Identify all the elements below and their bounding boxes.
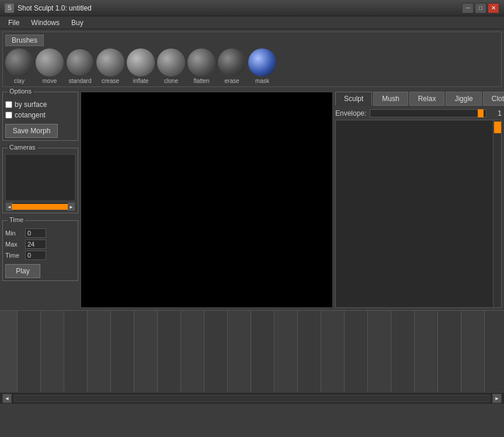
- cameras-title: Cameras: [8, 144, 37, 151]
- timeline-column: [41, 311, 64, 392]
- brush-sphere-clone: [157, 48, 185, 77]
- save-morph-button[interactable]: Save Morph: [5, 124, 58, 138]
- envelope-value: 1: [490, 109, 502, 117]
- menu-buy[interactable]: Buy: [65, 18, 89, 28]
- play-button[interactable]: Play: [5, 264, 40, 278]
- main-content: Options by surface cotangent Save Morph …: [0, 89, 504, 310]
- sculpt-tab-relax[interactable]: Relax: [409, 92, 445, 106]
- timeline-column: [368, 311, 391, 392]
- scroll-track-horizontal[interactable]: [14, 395, 490, 402]
- brush-label-flatten: flatten: [193, 78, 209, 84]
- time-min-row: Min: [5, 228, 75, 238]
- envelope-label: Envelope:: [335, 109, 366, 117]
- by-surface-checkbox[interactable]: [5, 101, 12, 108]
- window-controls: ─ □ ✕: [462, 3, 499, 13]
- right-scroll-thumb[interactable]: [494, 122, 501, 133]
- title-bar: S Shot Sculpt 1.0: untitled ─ □ ✕: [0, 0, 504, 16]
- bottom-timeline: [0, 310, 504, 392]
- brushes-tab[interactable]: Brushes: [5, 34, 44, 46]
- scroll-right-btn[interactable]: ►: [492, 394, 502, 403]
- timeline-column: [438, 311, 461, 392]
- app-icon: S: [5, 4, 14, 13]
- brush-label-erase: erase: [224, 78, 239, 84]
- cotangent-checkbox[interactable]: [5, 112, 12, 119]
- cotangent-row: cotangent: [5, 111, 75, 119]
- cotangent-label: cotangent: [15, 111, 46, 119]
- brush-clay[interactable]: clay: [5, 48, 33, 84]
- timeline-column: [391, 311, 415, 392]
- timeline-column: [134, 311, 158, 392]
- options-title: Options: [8, 88, 33, 95]
- time-max-row: Max: [5, 240, 75, 249]
- brush-label-clone: clone: [164, 78, 178, 84]
- camera-scroll-thumb[interactable]: [12, 204, 69, 210]
- envelope-row: Envelope: 1: [335, 109, 502, 117]
- timeline-column: [345, 311, 368, 392]
- right-scrollbar[interactable]: [493, 120, 501, 307]
- time-title: Time: [8, 216, 25, 223]
- window-title: Shot Sculpt 1.0: untitled: [18, 4, 462, 12]
- brush-erase[interactable]: erase: [218, 48, 246, 84]
- timeline-column: [64, 311, 88, 392]
- sculpt-tab-jiggle[interactable]: Jiggle: [446, 92, 481, 106]
- right-panel: SculptMushRelaxJiggleCloth Envelope: 1: [335, 92, 502, 308]
- bottom-scrollbar: ◄ ►: [0, 392, 504, 404]
- brush-label-standard: standard: [69, 78, 92, 84]
- timeline-column: [274, 311, 298, 392]
- camera-scrollbar[interactable]: ◄ ►: [5, 202, 75, 210]
- brush-sphere-erase: [218, 48, 246, 77]
- timeline-column: [158, 311, 181, 392]
- brush-standard[interactable]: standard: [66, 48, 94, 84]
- left-panel: Options by surface cotangent Save Morph …: [2, 92, 78, 308]
- camera-scroll-right-btn[interactable]: ►: [68, 203, 75, 211]
- envelope-slider[interactable]: [370, 109, 486, 117]
- time-max-input[interactable]: [25, 240, 46, 249]
- timeline-column: [461, 311, 485, 392]
- timeline-column: [204, 311, 228, 392]
- timeline-column: [18, 311, 41, 392]
- brush-crease[interactable]: crease: [96, 48, 124, 84]
- brush-sphere-clay: [5, 48, 33, 77]
- brush-sphere-flatten: [187, 48, 215, 77]
- brush-label-mask: mask: [255, 78, 269, 84]
- center-viewport[interactable]: [81, 92, 333, 308]
- menu-bar: File Windows Buy: [0, 16, 504, 29]
- brush-flatten[interactable]: flatten: [187, 48, 215, 84]
- sculpt-tabs: SculptMushRelaxJiggleCloth: [335, 92, 502, 106]
- timeline-column: [228, 311, 251, 392]
- timeline-column: [111, 311, 134, 392]
- brush-move[interactable]: move: [36, 48, 64, 84]
- minimize-button[interactable]: ─: [462, 3, 474, 13]
- menu-windows[interactable]: Windows: [25, 18, 65, 28]
- scroll-left-btn[interactable]: ◄: [2, 394, 12, 403]
- brush-sphere-inflate: [127, 48, 155, 77]
- time-time-row: Time: [5, 251, 75, 260]
- cameras-panel: Cameras ◄ ►: [2, 148, 78, 213]
- sculpt-tab-mush[interactable]: Mush: [373, 92, 408, 106]
- sculpt-tab-cloth[interactable]: Cloth: [483, 92, 504, 106]
- close-button[interactable]: ✕: [488, 3, 499, 13]
- maximize-button[interactable]: □: [475, 3, 486, 13]
- brush-label-clay: clay: [14, 78, 25, 84]
- brush-label-move: move: [43, 78, 57, 84]
- time-min-label: Min: [5, 230, 23, 237]
- brush-clone[interactable]: clone: [157, 48, 185, 84]
- timeline-track: [18, 311, 504, 392]
- time-max-label: Max: [5, 241, 23, 248]
- brush-sphere-standard: [66, 48, 94, 77]
- time-min-input[interactable]: [25, 228, 46, 238]
- sculpt-tab-sculpt[interactable]: Sculpt: [335, 92, 372, 106]
- timeline-column: [181, 311, 204, 392]
- timeline-main[interactable]: [18, 311, 504, 392]
- timeline-column: [415, 311, 438, 392]
- brush-label-inflate: inflate: [133, 78, 149, 84]
- menu-file[interactable]: File: [2, 18, 25, 28]
- time-time-input[interactable]: [25, 251, 46, 260]
- camera-viewport: [5, 154, 75, 201]
- by-surface-label: by surface: [15, 100, 47, 109]
- brushes-row: claymovestandardcreaseinflatecloneflatte…: [5, 48, 499, 84]
- timeline-column: [321, 311, 345, 392]
- brush-inflate[interactable]: inflate: [127, 48, 155, 84]
- brush-mask[interactable]: mask: [248, 48, 276, 84]
- timeline-left: [0, 311, 18, 392]
